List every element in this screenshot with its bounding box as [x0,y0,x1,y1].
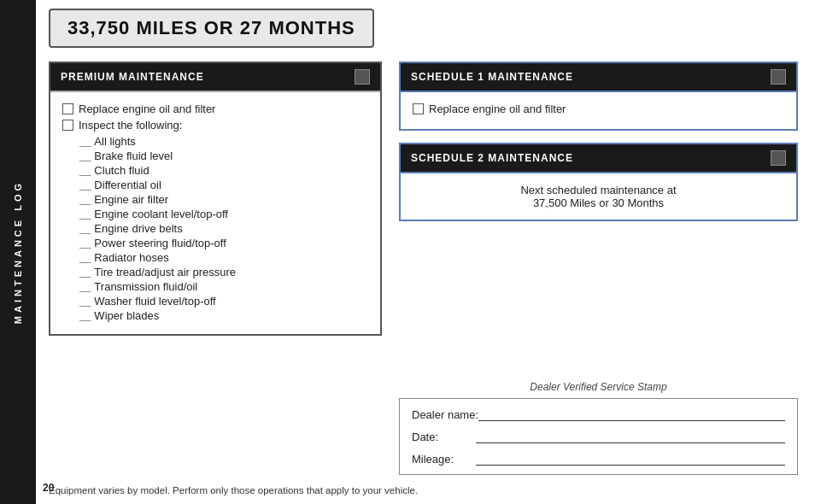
page-number: 20 [43,482,54,494]
dealer-date-label: Date: [412,431,476,443]
schedule1-item-1: Replace engine oil and filter [413,103,784,115]
schedule1-icon [771,69,786,85]
list-item: __Washer fluid level/top-off [79,295,368,308]
premium-item-2-label: Inspect the following: [79,119,182,132]
schedule1-item-label: Replace engine oil and filter [429,103,566,115]
list-item: __Tire tread/adjust air pressure [79,266,368,278]
list-item: __Brake fluid level [79,149,368,162]
next-text-line1: Next scheduled maintenance at [413,184,784,196]
checkbox-2 [62,120,73,131]
schedule1-header: Schedule 1 Maintenance [401,63,796,91]
premium-body: Replace engine oil and filter Inspect th… [50,91,380,334]
list-item: __Engine drive belts [79,222,368,235]
schedule1-box: Schedule 1 Maintenance Replace engine oi… [399,62,798,131]
schedule1-body: Replace engine oil and filter [401,91,796,129]
dealer-stamp-box: Dealer name: Date: Mileage: [399,398,798,475]
sub-items-list: __All lights __Brake fluid level __Clutc… [79,135,368,322]
dealer-name-field: Dealer name: [412,407,785,421]
list-item: __Engine air filter [79,193,368,206]
schedule2-header-label: Schedule 2 Maintenance [411,152,573,164]
list-item: __Wiper blades [79,309,368,322]
premium-item-1: Replace engine oil and filter [62,103,368,115]
premium-maintenance-box: Premium Maintenance Replace engine oil a… [49,62,382,336]
list-item: __Transmission fluid/oil [79,280,368,293]
schedule1-header-label: Schedule 1 Maintenance [411,71,573,83]
dealer-date-line [476,430,785,443]
next-text-line2: 37,500 Miles or 30 Months [413,196,784,209]
dealer-mileage-line [476,452,785,466]
dealer-stamp-title: Dealer Verified Service Stamp [399,381,798,393]
sidebar: MAINTENANCE LOG [0,0,36,504]
page-title: 33,750 Miles or 27 Months [67,17,355,39]
schedule1-checkbox [413,103,424,114]
right-column: Schedule 1 Maintenance Replace engine oi… [399,62,798,475]
dealer-name-label: Dealer name: [412,408,478,421]
list-item: __Power steering fluid/top-off [79,237,368,249]
premium-item-2: Inspect the following: [62,119,368,132]
dealer-name-line [478,407,785,421]
premium-header-label: Premium Maintenance [61,71,204,83]
premium-header-icon [355,69,370,85]
list-item: __Radiator hoses [79,251,368,264]
schedule2-header: Schedule 2 Maintenance [401,144,796,172]
list-item: __Engine coolant level/top-off [79,208,368,220]
schedule2-box: Schedule 2 Maintenance Next scheduled ma… [399,143,798,221]
schedule2-icon [771,150,786,166]
schedule2-body: Next scheduled maintenance at 37,500 Mil… [401,172,796,220]
list-item: __Clutch fluid [79,164,368,177]
list-item: __All lights [79,135,368,148]
dealer-stamp-section: Dealer Verified Service Stamp Dealer nam… [399,381,798,475]
main-content: 33,750 Miles or 27 Months Premium Mainte… [36,0,815,504]
sidebar-label: MAINTENANCE LOG [13,180,23,324]
left-column: Premium Maintenance Replace engine oil a… [49,62,382,475]
premium-item-1-label: Replace engine oil and filter [79,103,215,115]
footer-text: Equipment varies by model. Perform only … [49,485,798,495]
list-item: __Differential oil [79,179,368,191]
title-bar: 33,750 Miles or 27 Months [49,9,374,48]
dealer-mileage-field: Mileage: [412,452,785,466]
columns-layout: Premium Maintenance Replace engine oil a… [49,62,798,475]
dealer-date-field: Date: [412,430,785,443]
checkbox-1 [62,103,73,114]
premium-header: Premium Maintenance [50,63,380,91]
dealer-mileage-label: Mileage: [412,453,476,466]
